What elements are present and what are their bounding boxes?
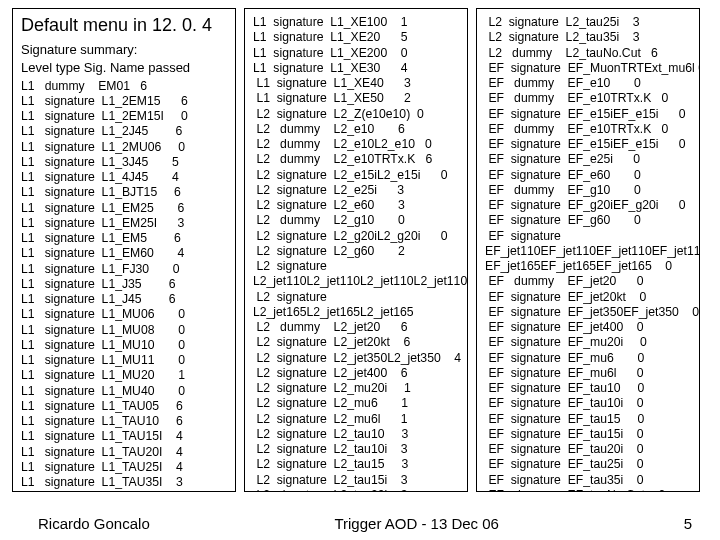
signature-line: EF dummy EF_e10 0 xyxy=(485,76,693,91)
signature-line: L2 signature L2_jet20kt 6 xyxy=(253,335,461,350)
signature-line: L1 signature L1_MU40 0 xyxy=(21,384,229,399)
signature-line: EF signature EF_g60 0 xyxy=(485,213,693,228)
signature-line: EF signature EF_tau20i 0 xyxy=(485,442,693,457)
signature-line: L1 signature L1_XE40 3 xyxy=(253,76,461,91)
signature-line: L2 signature L2_jet350L2_jet350 4 xyxy=(253,351,461,366)
signature-line: L1 signature L1_XE50 2 xyxy=(253,91,461,106)
signature-line: L1 signature L1_2EM15 6 xyxy=(21,94,229,109)
signature-line: L2 signature L2_tau10i 3 xyxy=(253,442,461,457)
signature-line: EF dummy EF_g10 0 xyxy=(485,183,693,198)
columns: Default menu in 12. 0. 4 Signature summa… xyxy=(12,8,708,492)
signature-line: L2 signature L2_mu20i 1 xyxy=(253,381,461,396)
signature-line: L1 signature L1_FJ30 0 xyxy=(21,262,229,277)
summary-label: Signature summary: xyxy=(21,42,229,58)
signature-line: L1 signature L1_XE100 1 xyxy=(253,15,461,30)
signature-line: EF dummy EF_tauNo.Cut 0 xyxy=(485,488,693,492)
signature-line: L2 signature L2_tau10 3 xyxy=(253,427,461,442)
signature-line: L1 signature L1_J35 6 xyxy=(21,277,229,292)
signature-line: EF signature EF_tau25i 0 xyxy=(485,457,693,472)
signature-line: EF signature EF_tau10i 0 xyxy=(485,396,693,411)
footer: Ricardo Goncalo Trigger AOD - 13 Dec 06 … xyxy=(0,515,720,532)
signature-line: EF signature EF_e15iEF_e15i 0 xyxy=(485,107,693,122)
signature-line: L1 signature L1_TAU25I 4 xyxy=(21,460,229,475)
signature-line: L1 signature L1_MU20 1 xyxy=(21,368,229,383)
signature-line: L1 signature L1_MU08 0 xyxy=(21,323,229,338)
signature-line: L1 signature L1_TAU15I 4 xyxy=(21,429,229,444)
signature-line: L2 dummy L2_e10TRTx.K 6 xyxy=(253,152,461,167)
footer-author: Ricardo Goncalo xyxy=(38,515,150,532)
signature-line: EF dummy EF_e10TRTx.K 0 xyxy=(485,91,693,106)
signature-line: EF_jet165EF_jet165EF_jet165 0 xyxy=(485,259,693,274)
signature-line: EF signature EF_tau15i 0 xyxy=(485,427,693,442)
slide: Default menu in 12. 0. 4 Signature summa… xyxy=(0,0,720,540)
signature-line: L1 signature L1_MU06 0 xyxy=(21,307,229,322)
signature-line: L2 dummy L2_e10 6 xyxy=(253,122,461,137)
signature-line: L1 signature L1_XE200 0 xyxy=(253,46,461,61)
signature-line: L2 signature L2_tau20i 3 xyxy=(253,488,461,492)
signature-line: L1 signature L1_J45 6 xyxy=(21,292,229,307)
signature-line: L1 signature L1_MU11 0 xyxy=(21,353,229,368)
signature-line: L1 signature L1_EM60 4 xyxy=(21,246,229,261)
signature-line: L1 signature L1_TAU20I 4 xyxy=(21,445,229,460)
signature-line: L1 signature L1_MU10 0 xyxy=(21,338,229,353)
slide-title: Default menu in 12. 0. 4 xyxy=(21,15,229,36)
signature-line: L2_jet165L2_jet165L2_jet165 xyxy=(253,305,461,320)
signature-line: L1 signature L1_EM25 6 xyxy=(21,201,229,216)
signature-line: L2 signature L2_e60 3 xyxy=(253,198,461,213)
signature-line: L1 signature L1_2EM15I 0 xyxy=(21,109,229,124)
column-2: L1 signature L1_XE100 1L1 signature L1_X… xyxy=(244,8,468,492)
column-1: Default menu in 12. 0. 4 Signature summa… xyxy=(12,8,236,492)
signature-line: L1 signature L1_XE30 4 xyxy=(253,61,461,76)
signature-line: L1 dummy EM01 6 xyxy=(21,79,229,94)
signature-line: EF signature EF_tau15 0 xyxy=(485,412,693,427)
signature-line: L2 signature L2_tau35i 3 xyxy=(485,30,693,45)
signature-line: L2 signature L2_jet400 6 xyxy=(253,366,461,381)
signature-line: EF signature EF_jet400 0 xyxy=(485,320,693,335)
signature-line: L1 signature L1_3J45 5 xyxy=(21,155,229,170)
col1-lines: L1 dummy EM01 6L1 signature L1_2EM15 6L1… xyxy=(21,79,229,491)
signature-line: EF signature EF_e15iEF_e15i 0 xyxy=(485,137,693,152)
signature-line: L2_jet110L2_jet110L2_jet110L2_jet110 xyxy=(253,274,461,289)
signature-line: EF signature EF_jet20kt 0 xyxy=(485,290,693,305)
signature-line: EF signature EF_MuonTRTExt_mu6l 0 xyxy=(485,61,693,76)
signature-line: L2 signature L2_tau15i 3 xyxy=(253,473,461,488)
header-line: Level type Sig. Name passed xyxy=(21,60,229,76)
signature-line: EF signature EF_mu20i 0 xyxy=(485,335,693,350)
signature-line: EF signature xyxy=(485,229,693,244)
signature-line: EF signature EF_mu6l 0 xyxy=(485,366,693,381)
signature-line: EF signature EF_mu6 0 xyxy=(485,351,693,366)
column-3: L2 signature L2_tau25i 3 L2 signature L2… xyxy=(476,8,700,492)
signature-line: L2 signature L2_g60 2 xyxy=(253,244,461,259)
signature-line: L2 dummy L2_e10L2_e10 0 xyxy=(253,137,461,152)
signature-line: EF signature EF_e25i 0 xyxy=(485,152,693,167)
signature-line: L2 signature L2_tau15 3 xyxy=(253,457,461,472)
signature-line: EF signature EF_e60 0 xyxy=(485,168,693,183)
signature-line: L1 signature L1_EM25I 3 xyxy=(21,216,229,231)
signature-line: L2 signature L2_tau25i 3 xyxy=(485,15,693,30)
signature-line: EF signature EF_g20iEF_g20i 0 xyxy=(485,198,693,213)
footer-title: Trigger AOD - 13 Dec 06 xyxy=(334,515,499,532)
col2-lines: L1 signature L1_XE100 1L1 signature L1_X… xyxy=(253,15,461,492)
signature-line: L2 signature L2_e15iL2_e15i 0 xyxy=(253,168,461,183)
signature-line: L2 signature L2_Z(e10e10) 0 xyxy=(253,107,461,122)
signature-line: L1 signature L1_2J45 6 xyxy=(21,124,229,139)
signature-line: EF_jet110EF_jet110EF_jet110EF_jet110 xyxy=(485,244,693,259)
signature-line: L2 signature L2_e25i 3 xyxy=(253,183,461,198)
signature-line: L1 signature L1_TAU05 6 xyxy=(21,399,229,414)
signature-line: EF dummy EF_e10TRTx.K 0 xyxy=(485,122,693,137)
signature-line: L1 signature L1_2MU06 0 xyxy=(21,140,229,155)
signature-line: L2 signature L2_mu6l 1 xyxy=(253,412,461,427)
signature-line: L1 signature L1_XE20 5 xyxy=(253,30,461,45)
signature-line: L1 signature L1_TAU10 6 xyxy=(21,414,229,429)
signature-line: EF signature EF_tau10 0 xyxy=(485,381,693,396)
signature-line: L2 signature xyxy=(253,290,461,305)
signature-line: EF signature EF_jet350EF_jet350 0 xyxy=(485,305,693,320)
signature-line: L2 signature L2_g20iL2_g20i 0 xyxy=(253,229,461,244)
signature-line: L1 signature L1_BJT15 6 xyxy=(21,185,229,200)
signature-line: L2 signature L2_mu6 1 xyxy=(253,396,461,411)
signature-line: L2 dummy L2_g10 0 xyxy=(253,213,461,228)
signature-line: L2 signature xyxy=(253,259,461,274)
signature-line: EF signature EF_tau35i 0 xyxy=(485,473,693,488)
signature-line: L1 signature L1_TAU35I 3 xyxy=(21,475,229,490)
footer-page: 5 xyxy=(684,515,692,532)
